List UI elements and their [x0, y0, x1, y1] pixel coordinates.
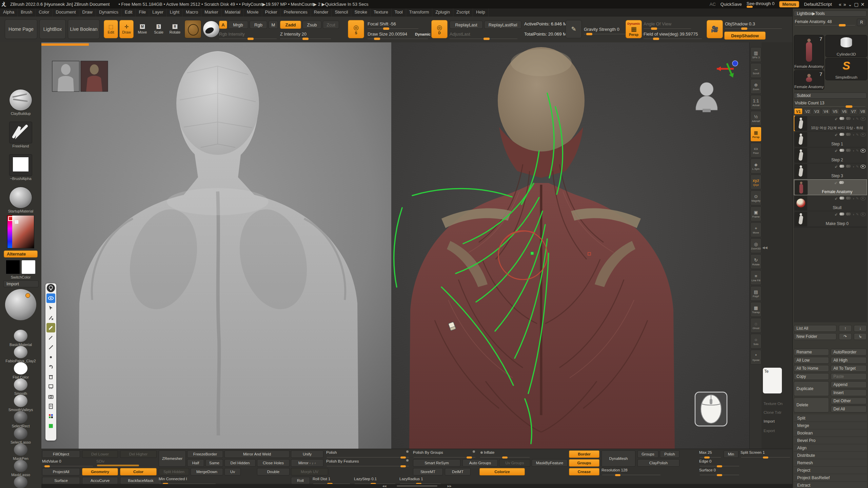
- all-high-button[interactable]: All High: [831, 357, 867, 364]
- split-hidden-button[interactable]: Split Hidden: [159, 468, 189, 475]
- tab-v4[interactable]: V4: [822, 108, 830, 115]
- shelf-line-fill-button[interactable]: ≡Line Fill: [750, 270, 762, 285]
- delete-button[interactable]: Delete: [794, 398, 829, 412]
- tab-v5[interactable]: V5: [831, 108, 840, 115]
- tool-thumb-cylinder3d[interactable]: Cylinder3D: [825, 35, 867, 57]
- backfacemask-button[interactable]: BackfaceMask: [120, 477, 161, 484]
- min-button[interactable]: Min: [724, 450, 738, 458]
- move-button[interactable]: MMove: [136, 20, 149, 38]
- resolution-128-slider[interactable]: Resolution 128: [601, 468, 661, 475]
- angle-of-view-slider[interactable]: Angle Of View: [644, 21, 691, 29]
- texture-import-button[interactable]: Import: [764, 419, 775, 423]
- tray-smoothvalleys[interactable]: SmoothValleys: [3, 395, 38, 412]
- rename-button[interactable]: Rename: [794, 349, 829, 355]
- tray-selectlasso[interactable]: SelectLasso: [3, 427, 38, 444]
- uv-button[interactable]: Uv: [224, 468, 241, 475]
- polish-slider[interactable]: Polish: [326, 450, 410, 458]
- morph-uv-button[interactable]: Morph UV: [291, 468, 328, 475]
- green-swatch-icon[interactable]: [46, 421, 55, 431]
- objshadow-0-3-slider[interactable]: ObjShadow 0.3: [725, 21, 782, 29]
- current-brush-chip[interactable]: [184, 20, 201, 38]
- project-basrelief-section[interactable]: Project BasRelief: [794, 474, 867, 482]
- draw-button[interactable]: ✛Draw: [119, 20, 134, 38]
- replaylastrel-button[interactable]: ReplayLastRel: [484, 21, 521, 29]
- border-button[interactable]: Border: [569, 450, 599, 458]
- menu-texture[interactable]: Texture: [371, 8, 392, 17]
- polish-button[interactable]: Polish: [660, 450, 679, 458]
- polish-by-features-slider[interactable]: Polish By Features: [326, 459, 410, 467]
- maskbyfeature-button[interactable]: MaskByFeature: [532, 459, 568, 467]
- gravity-pencil-icon[interactable]: ✎: [566, 20, 582, 38]
- menu-draw[interactable]: Draw: [79, 8, 96, 17]
- annotation-toolbar[interactable]: [45, 283, 56, 441]
- bulb-icon[interactable]: [47, 284, 55, 292]
- focal-shift-56-slider[interactable]: Focal Shift -56: [368, 21, 418, 29]
- move-up-button[interactable]: ↑: [839, 325, 852, 332]
- lightbox-tools-header[interactable]: Lightbox▶Tools: [794, 11, 867, 17]
- menu-macro[interactable]: Macro: [183, 8, 201, 17]
- groups-button[interactable]: Groups: [637, 450, 658, 458]
- edit-button[interactable]: ⬚Edit: [104, 20, 118, 38]
- max-25-slider[interactable]: Max 25: [699, 450, 722, 458]
- del-higher-button[interactable]: Del Higher: [120, 450, 157, 458]
- tab-v1[interactable]: V1: [794, 108, 803, 115]
- accucurve-button[interactable]: AccuCurve: [82, 477, 118, 484]
- window-control-icon[interactable]: ⌄: [848, 2, 852, 7]
- menu-dynamics[interactable]: Dynamics: [96, 8, 122, 17]
- shelf-actual-button[interactable]: 1:1Actual: [750, 95, 762, 110]
- home-page-button[interactable]: Home Page: [5, 19, 37, 39]
- main-color-swatch[interactable]: [6, 260, 20, 274]
- texture-texture-on-button[interactable]: Texture On: [764, 402, 783, 406]
- menu-document[interactable]: Document: [53, 8, 79, 17]
- trash-icon[interactable]: [46, 372, 55, 382]
- duplicate-button[interactable]: Duplicate: [794, 381, 829, 396]
- groups-button[interactable]: Groups: [569, 459, 599, 467]
- menu-zscript[interactable]: Zscript: [453, 8, 473, 17]
- zremesher-button[interactable]: ZRemesher: [159, 450, 186, 467]
- tray-maskpen[interactable]: MaskPen: [3, 444, 38, 461]
- all-to-target-button[interactable]: All To Target: [831, 365, 867, 372]
- window-control-icon[interactable]: ✕: [861, 2, 865, 7]
- perspective-icon[interactable]: Dynamic▦Persp: [626, 20, 642, 38]
- texture-export-button[interactable]: Export: [764, 429, 775, 433]
- texture-clone-txtr-button[interactable]: Clone Txtr: [764, 410, 782, 414]
- visible-count-slider[interactable]: Visible Count 13: [795, 101, 865, 107]
- color-button[interactable]: Color: [120, 468, 157, 475]
- rgb-button[interactable]: Rgb: [250, 21, 267, 29]
- lazystep-0-1-slider[interactable]: LazyStep 0.1: [354, 477, 396, 484]
- mirror-and-weld-button[interactable]: Mirror And Weld: [224, 450, 290, 458]
- tray-brushalpha[interactable]: ~BrushAlpha: [3, 154, 38, 181]
- menu-movie[interactable]: Movie: [244, 8, 262, 17]
- menu-marker[interactable]: Marker: [201, 8, 221, 17]
- del-lower-button[interactable]: Del Lower: [82, 450, 118, 458]
- menu-tool[interactable]: Tool: [392, 8, 406, 17]
- m-button[interactable]: M: [269, 21, 278, 29]
- split-section[interactable]: Split: [794, 414, 867, 422]
- shelf-move-button[interactable]: +Move: [750, 222, 762, 237]
- pencil-icon[interactable]: [46, 333, 55, 342]
- shelf-l-sym-button[interactable]: ◈L.Sym: [750, 159, 762, 174]
- extract-section[interactable]: Extract: [794, 482, 867, 488]
- menu-material[interactable]: Material: [222, 8, 244, 17]
- split-screen-1-slider[interactable]: Split Screen 1: [741, 450, 791, 458]
- project-section[interactable]: Project: [794, 467, 867, 474]
- new-folder-button[interactable]: New Folder: [794, 333, 836, 340]
- board-icon[interactable]: [46, 382, 55, 391]
- tool-quick-pick-slider[interactable]: Female Anatomy. 48: [795, 19, 855, 25]
- tool-thumb-simplebrush[interactable]: SSimpleBrush: [825, 58, 867, 80]
- shelf-transp-button[interactable]: ▩Transp: [750, 302, 762, 317]
- tray-masklasso[interactable]: MaskLasso: [3, 460, 38, 477]
- shelf-floor-button[interactable]: ▭Floor: [750, 143, 762, 158]
- field-of-view-deg-39-59775-slider[interactable]: Field of view(deg) 39.59775: [644, 32, 702, 39]
- palette-icon[interactable]: [46, 411, 55, 421]
- same-button[interactable]: Same: [205, 459, 223, 467]
- surface-button[interactable]: Surface: [42, 477, 80, 484]
- list-all-button[interactable]: List All: [794, 325, 836, 332]
- menu-stroke[interactable]: Stroke: [351, 8, 371, 17]
- menu-picker[interactable]: Picker: [262, 8, 281, 17]
- ac-button[interactable]: AC: [710, 2, 716, 7]
- scale-button[interactable]: SScale: [152, 20, 165, 38]
- merge-section[interactable]: Merge: [794, 422, 867, 429]
- stroke-icon[interactable]: ◎S: [348, 20, 364, 38]
- tab-v7[interactable]: V7: [849, 108, 858, 115]
